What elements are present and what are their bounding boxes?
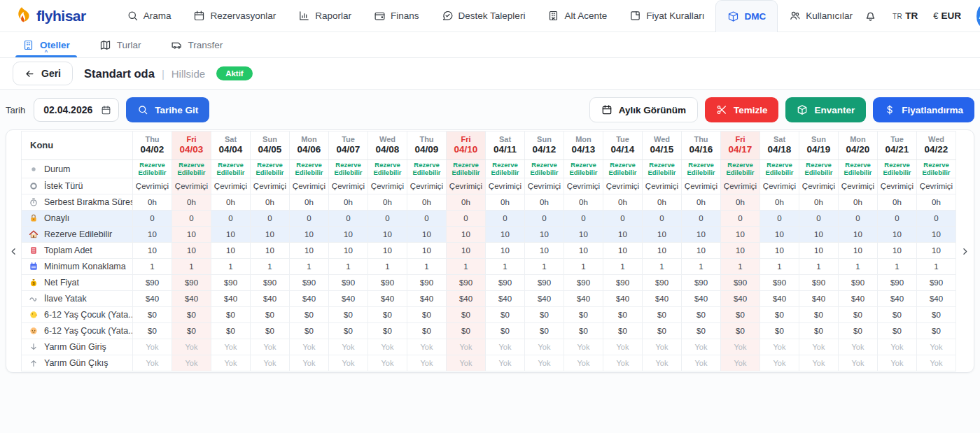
cell-minimum-konaklama-04-14[interactable]: 1 [603, 259, 643, 275]
cell-i-stek-t-r-04-10[interactable]: Çevrimiçi [447, 178, 486, 194]
cell-6-12-ya-ocuk-yata-04-15[interactable]: $0 [643, 323, 682, 339]
cell-onayl-04-11[interactable]: 0 [486, 211, 525, 227]
cell-yar-m-g-n-k-04-05[interactable]: Yok [251, 355, 290, 371]
cell-6-12-ya-ocuk-yata-04-21[interactable]: $0 [878, 307, 917, 323]
tab-oteller[interactable]: Oteller^ [13, 32, 80, 57]
date-column-header[interactable]: Fri04/03 [172, 132, 211, 160]
cell-toplam-adet-04-17[interactable]: 10 [721, 243, 760, 259]
cell-6-12-ya-ocuk-yata-04-10[interactable]: $0 [447, 323, 486, 339]
cell-rezerve-edilebilir-04-03[interactable]: 10 [172, 227, 211, 243]
cell-yar-m-g-n-k-04-18[interactable]: Yok [760, 355, 799, 371]
cell-onayl-04-13[interactable]: 0 [564, 211, 603, 227]
cell-serbest-b-rakma-s-resi-04-16[interactable]: 0h [682, 194, 721, 211]
cell-serbest-b-rakma-s-resi-04-17[interactable]: 0h [721, 194, 760, 211]
cell-yar-m-g-n-giri-04-10[interactable]: Yok [447, 339, 486, 355]
cell-net-fiyat-04-16[interactable]: $90 [682, 275, 721, 291]
cell-yar-m-g-n-k-04-13[interactable]: Yok [564, 355, 603, 371]
cell-durum-04-06[interactable]: Rezerve Edilebilir [290, 160, 329, 178]
cell-yar-m-g-n-k-04-10[interactable]: Yok [447, 355, 486, 371]
date-column-header[interactable]: Sat04/18 [760, 132, 799, 160]
cell-rezerve-edilebilir-04-04[interactable]: 10 [211, 227, 251, 243]
cell-yar-m-g-n-k-04-15[interactable]: Yok [643, 355, 682, 371]
cell-i-stek-t-r-04-15[interactable]: Çevrimiçi [643, 178, 682, 194]
date-column-header[interactable]: Sat04/04 [211, 132, 251, 160]
cell-net-fiyat-04-22[interactable]: $90 [917, 275, 956, 291]
cell-net-fiyat-04-10[interactable]: $90 [447, 275, 486, 291]
cell-durum-04-19[interactable]: Rezerve Edilebilir [799, 160, 839, 178]
cell-serbest-b-rakma-s-resi-04-12[interactable]: 0h [525, 194, 564, 211]
cell-rezerve-edilebilir-04-18[interactable]: 10 [760, 227, 799, 243]
cell-net-fiyat-04-07[interactable]: $90 [329, 275, 368, 291]
cell-6-12-ya-ocuk-yata-04-13[interactable]: $0 [564, 307, 603, 323]
cell-serbest-b-rakma-s-resi-04-06[interactable]: 0h [290, 194, 329, 211]
date-column-header[interactable]: Thu04/09 [407, 132, 447, 160]
cell-net-fiyat-04-04[interactable]: $90 [211, 275, 251, 291]
date-column-header[interactable]: Sun04/19 [799, 132, 839, 160]
cell-rezerve-edilebilir-04-21[interactable]: 10 [878, 227, 917, 243]
cell-i-stek-t-r-04-22[interactable]: Çevrimiçi [917, 178, 956, 194]
cell-yar-m-g-n-k-04-16[interactable]: Yok [682, 355, 721, 371]
cell-yar-m-g-n-giri-04-17[interactable]: Yok [721, 339, 760, 355]
cell-yar-m-g-n-giri-04-13[interactable]: Yok [564, 339, 603, 355]
brand-logo[interactable]: flyhisar [14, 0, 86, 31]
cell-net-fiyat-04-18[interactable]: $90 [760, 275, 799, 291]
cell-net-fiyat-04-08[interactable]: $90 [368, 275, 407, 291]
cell-6-12-ya-ocuk-yata-04-08[interactable]: $0 [368, 323, 407, 339]
cell-rezerve-edilebilir-04-14[interactable]: 10 [603, 227, 643, 243]
cell-6-12-ya-ocuk-yata-04-18[interactable]: $0 [760, 323, 799, 339]
cell-rezerve-edilebilir-04-16[interactable]: 10 [682, 227, 721, 243]
cell-minimum-konaklama-04-10[interactable]: 1 [447, 259, 486, 275]
nav-item-finans[interactable]: Finans [363, 0, 430, 31]
cell-onayl-04-20[interactable]: 0 [839, 211, 878, 227]
cell-serbest-b-rakma-s-resi-04-08[interactable]: 0h [368, 194, 407, 211]
cell-rezerve-edilebilir-04-15[interactable]: 10 [643, 227, 682, 243]
cell-toplam-adet-04-21[interactable]: 10 [878, 243, 917, 259]
cell-i-lave-yatak-04-06[interactable]: $40 [290, 291, 329, 307]
cell-6-12-ya-ocuk-yata-04-16[interactable]: $0 [682, 323, 721, 339]
cell-i-lave-yatak-04-07[interactable]: $40 [329, 291, 368, 307]
cell-onayl-04-05[interactable]: 0 [251, 211, 290, 227]
cell-onayl-04-04[interactable]: 0 [211, 211, 251, 227]
cell-durum-04-21[interactable]: Rezerve Edilebilir [878, 160, 917, 178]
cell-toplam-adet-04-22[interactable]: 10 [917, 243, 956, 259]
calendar-picker-icon[interactable] [101, 105, 111, 115]
cell-onayl-04-03[interactable]: 0 [172, 211, 211, 227]
cell-net-fiyat-04-14[interactable]: $90 [603, 275, 643, 291]
cell-yar-m-g-n-giri-04-04[interactable]: Yok [211, 339, 251, 355]
cell-rezerve-edilebilir-04-05[interactable]: 10 [251, 227, 290, 243]
cell-i-lave-yatak-04-02[interactable]: $40 [133, 291, 172, 307]
cell-i-lave-yatak-04-14[interactable]: $40 [603, 291, 643, 307]
cell-i-stek-t-r-04-11[interactable]: Çevrimiçi [486, 178, 525, 194]
cell-serbest-b-rakma-s-resi-04-15[interactable]: 0h [643, 194, 682, 211]
cell-i-lave-yatak-04-12[interactable]: $40 [525, 291, 564, 307]
cell-yar-m-g-n-giri-04-19[interactable]: Yok [799, 339, 839, 355]
cell-i-stek-t-r-04-09[interactable]: Çevrimiçi [407, 178, 447, 194]
cell-6-12-ya-ocuk-yata-04-11[interactable]: $0 [486, 323, 525, 339]
language-switcher[interactable]: TR TR [892, 10, 918, 21]
cell-i-stek-t-r-04-04[interactable]: Çevrimiçi [211, 178, 251, 194]
cell-yar-m-g-n-giri-04-06[interactable]: Yok [290, 339, 329, 355]
cell-6-12-ya-ocuk-yata-04-07[interactable]: $0 [329, 307, 368, 323]
cell-yar-m-g-n-giri-04-09[interactable]: Yok [407, 339, 447, 355]
cell-yar-m-g-n-giri-04-16[interactable]: Yok [682, 339, 721, 355]
cell-onayl-04-06[interactable]: 0 [290, 211, 329, 227]
cell-toplam-adet-04-08[interactable]: 10 [368, 243, 407, 259]
cell-serbest-b-rakma-s-resi-04-03[interactable]: 0h [172, 194, 211, 211]
cell-durum-04-17[interactable]: Rezerve Edilebilir [721, 160, 760, 178]
cell-6-12-ya-ocuk-yata-04-04[interactable]: $0 [211, 307, 251, 323]
cell-yar-m-g-n-k-04-21[interactable]: Yok [878, 355, 917, 371]
cell-i-stek-t-r-04-18[interactable]: Çevrimiçi [760, 178, 799, 194]
cell-net-fiyat-04-21[interactable]: $90 [878, 275, 917, 291]
cell-toplam-adet-04-18[interactable]: 10 [760, 243, 799, 259]
cell-yar-m-g-n-giri-04-22[interactable]: Yok [917, 339, 956, 355]
cell-i-stek-t-r-04-19[interactable]: Çevrimiçi [799, 178, 839, 194]
cell-minimum-konaklama-04-03[interactable]: 1 [172, 259, 211, 275]
cell-i-lave-yatak-04-15[interactable]: $40 [643, 291, 682, 307]
cell-durum-04-03[interactable]: Rezerve Edilebilir [172, 160, 211, 178]
cell-yar-m-g-n-giri-04-03[interactable]: Yok [172, 339, 211, 355]
cell-yar-m-g-n-k-04-22[interactable]: Yok [917, 355, 956, 371]
cell-yar-m-g-n-giri-04-05[interactable]: Yok [251, 339, 290, 355]
clear-button[interactable]: Temizle [705, 97, 779, 122]
cell-minimum-konaklama-04-16[interactable]: 1 [682, 259, 721, 275]
cell-yar-m-g-n-k-04-14[interactable]: Yok [603, 355, 643, 371]
